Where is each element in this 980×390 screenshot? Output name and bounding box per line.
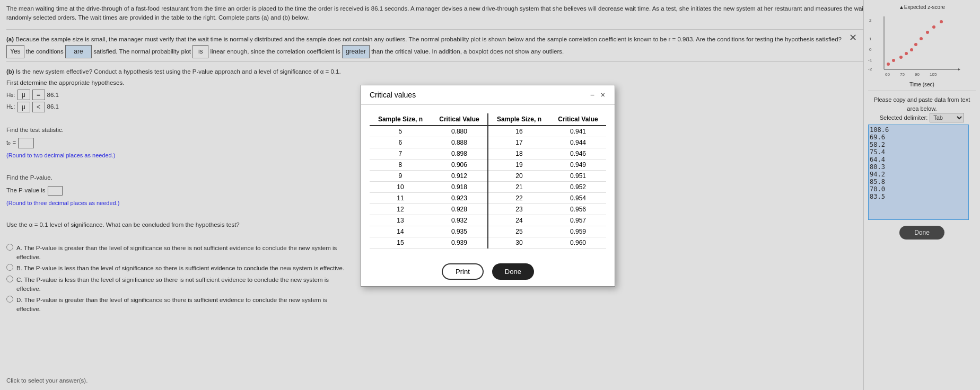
table-cell: 24 bbox=[488, 215, 550, 226]
table-cell: 23 bbox=[488, 204, 550, 215]
table-cell: 18 bbox=[488, 148, 550, 159]
table-row: 100.918210.952 bbox=[370, 182, 606, 193]
critical-values-modal: Critical values − × Sample Size, n Criti… bbox=[361, 85, 615, 287]
print-button[interactable]: Print bbox=[442, 263, 484, 280]
table-cell: 0.959 bbox=[550, 226, 606, 237]
table-cell: 13 bbox=[370, 215, 431, 226]
table-cell: 14 bbox=[370, 226, 431, 237]
main-container: The mean waiting time at the drive-throu… bbox=[0, 0, 980, 390]
table-cell: 0.928 bbox=[431, 204, 488, 215]
table-cell: 0.952 bbox=[550, 182, 606, 193]
table-cell: 10 bbox=[370, 182, 431, 193]
table-cell: 0.954 bbox=[550, 193, 606, 204]
table-row: 130.932240.957 bbox=[370, 215, 606, 226]
table-cell: 0.898 bbox=[431, 148, 488, 159]
table-cell: 21 bbox=[488, 182, 550, 193]
table-cell: 25 bbox=[488, 226, 550, 237]
table-cell: 0.918 bbox=[431, 182, 488, 193]
table-cell: 8 bbox=[370, 159, 431, 171]
table-row: 90.912200.951 bbox=[370, 171, 606, 182]
table-cell: 0.935 bbox=[431, 226, 488, 237]
table-cell: 0.957 bbox=[550, 215, 606, 226]
table-row: 80.906190.949 bbox=[370, 159, 606, 171]
modal-footer: Print Done bbox=[361, 257, 615, 286]
table-cell: 0.912 bbox=[431, 171, 488, 182]
table-row: 150.939300.960 bbox=[370, 237, 606, 249]
table-cell: 5 bbox=[370, 126, 431, 137]
table-cell: 0.949 bbox=[550, 159, 606, 171]
table-cell: 30 bbox=[488, 237, 550, 249]
modal-body: Sample Size, n Critical Value Sample Siz… bbox=[361, 105, 615, 257]
table-cell: 0.946 bbox=[550, 148, 606, 159]
table-row: 120.928230.956 bbox=[370, 204, 606, 215]
table-cell: 0.944 bbox=[550, 137, 606, 148]
table-cell: 9 bbox=[370, 171, 431, 182]
col-header-cv1: Critical Value bbox=[431, 113, 488, 126]
table-cell: 16 bbox=[488, 126, 550, 137]
table-cell: 0.956 bbox=[550, 204, 606, 215]
table-cell: 7 bbox=[370, 148, 431, 159]
table-cell: 6 bbox=[370, 137, 431, 148]
modal-header: Critical values − × bbox=[361, 85, 615, 105]
table-cell: 17 bbox=[488, 137, 550, 148]
table-cell: 15 bbox=[370, 237, 431, 249]
modal-close-button[interactable]: × bbox=[600, 91, 606, 99]
table-cell: 20 bbox=[488, 171, 550, 182]
table-row: 60.888170.944 bbox=[370, 137, 606, 148]
table-row: 70.898180.946 bbox=[370, 148, 606, 159]
table-cell: 0.939 bbox=[431, 237, 488, 249]
table-cell: 19 bbox=[488, 159, 550, 171]
table-cell: 0.923 bbox=[431, 193, 488, 204]
modal-minimize-button[interactable]: − bbox=[589, 91, 596, 99]
col-header-cv2: Critical Value bbox=[550, 113, 606, 126]
table-cell: 0.960 bbox=[550, 237, 606, 249]
table-cell: 22 bbox=[488, 193, 550, 204]
col-header-n1: Sample Size, n bbox=[370, 113, 431, 126]
critical-values-table: Sample Size, n Critical Value Sample Siz… bbox=[370, 113, 606, 249]
modal-controls: − × bbox=[589, 91, 606, 99]
table-cell: 0.880 bbox=[431, 126, 488, 137]
table-row: 110.923220.954 bbox=[370, 193, 606, 204]
table-cell: 0.951 bbox=[550, 171, 606, 182]
modal-title: Critical values bbox=[370, 91, 416, 99]
table-cell: 0.941 bbox=[550, 126, 606, 137]
table-cell: 12 bbox=[370, 204, 431, 215]
table-cell: 0.932 bbox=[431, 215, 488, 226]
col-header-n2: Sample Size, n bbox=[488, 113, 550, 126]
table-row: 140.935250.959 bbox=[370, 226, 606, 237]
modal-done-button[interactable]: Done bbox=[492, 263, 534, 280]
table-cell: 0.888 bbox=[431, 137, 488, 148]
table-cell: 11 bbox=[370, 193, 431, 204]
table-cell: 0.906 bbox=[431, 159, 488, 171]
table-row: 50.880160.941 bbox=[370, 126, 606, 137]
